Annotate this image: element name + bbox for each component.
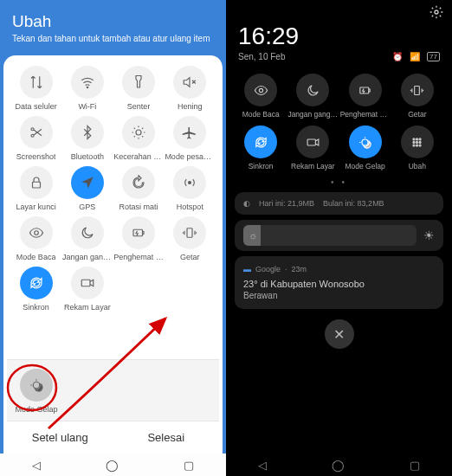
tile-label: Mode pesawat [165,152,215,161]
svg-point-13 [259,88,262,92]
tile-label: Ubah [409,162,426,170]
notification-card[interactable]: ▬ Google · 23m 23° di Kabupaten Wonosobo… [235,256,443,309]
edit-title: Ubah [12,12,214,31]
svg-point-20 [419,138,421,139]
svg-point-17 [362,138,368,145]
signal-icon: 📶 [410,52,420,61]
rotate-toggle[interactable] [122,166,155,199]
tile-label: Jangan ganggu [62,253,113,261]
status-bar [226,0,452,19]
nav-bar: ◁ ◯ ▢ [226,453,452,476]
data-usage-card[interactable]: ◐ Hari ini: 21,9MB Bulan ini: 83,2MB [235,192,443,215]
notif-subtitle: Berawan [243,291,435,300]
nav-bar: ◁ ◯ ▢ [0,453,226,476]
alarm-icon: ⏰ [392,52,403,61]
svg-rect-8 [187,228,192,238]
tile-label: Kecerahan otom [113,152,164,161]
plane-toggle[interactable] [173,116,206,149]
svg-point-21 [413,141,415,143]
svg-point-3 [136,130,141,135]
vibe-toggle[interactable] [173,216,206,249]
grid-toggle[interactable] [401,125,434,158]
battery-toggle[interactable] [122,216,155,249]
scissors-toggle[interactable] [20,116,53,149]
tile-label: Penghemat baterai [113,253,164,261]
nav-back-icon[interactable]: ◁ [258,459,267,472]
record-toggle[interactable] [296,125,329,158]
tile-label: Screenshot [16,152,56,161]
svg-point-2 [31,134,34,137]
tile-label: GPS [79,203,95,211]
moon-toggle[interactable] [71,216,104,249]
record-toggle[interactable] [71,267,104,299]
svg-point-5 [189,182,191,184]
darkmode-toggle[interactable] [349,125,382,158]
svg-point-24 [413,144,415,145]
brightness-toggle[interactable] [122,116,155,149]
svg-point-19 [416,138,418,139]
eye-toggle[interactable] [244,74,277,106]
nav-back-icon[interactable]: ◁ [32,459,41,472]
clock-time: 16:29 [238,23,440,50]
sync-toggle[interactable] [244,125,277,158]
dark-mode-label: Mode Gelap [15,405,57,414]
eye-toggle[interactable] [20,216,53,249]
nav-home-icon[interactable]: ◯ [106,459,119,472]
svg-rect-7 [133,229,143,236]
svg-point-18 [413,138,415,139]
wifi-toggle[interactable] [71,66,104,99]
arrows-toggle[interactable] [20,66,53,99]
battery-icon: 77 [427,52,440,61]
auto-brightness-icon[interactable]: ☀ [423,228,435,242]
nav-recent-icon[interactable]: ▢ [410,459,420,472]
tile-label: Hotspot [177,203,203,211]
done-button[interactable]: Selesai [113,421,220,453]
nav-recent-icon[interactable]: ▢ [184,459,194,472]
notif-time: 23m [292,265,307,273]
dark-mode-toggle[interactable] [20,369,53,402]
tile-label: Penghemat baterai [340,110,391,119]
svg-rect-15 [415,86,420,94]
hotspot-toggle[interactable] [173,166,206,199]
edit-subtitle: Tekan dan tahan untuk tambah atau atur u… [12,34,214,43]
vibe-toggle[interactable] [401,74,434,106]
lock-toggle[interactable] [20,166,53,199]
sync-toggle[interactable] [20,267,53,299]
svg-point-6 [34,231,38,235]
tile-label: Mode Baca [242,110,280,119]
clear-notifications-button[interactable]: ✕ [325,319,354,349]
notif-app: Google [255,265,281,273]
svg-point-0 [87,87,88,88]
tile-label: Sinkron [23,303,49,312]
svg-rect-4 [32,182,40,188]
page-indicator: • • [226,177,452,187]
svg-point-10 [33,382,40,389]
settings-icon[interactable] [429,5,443,19]
tile-label: Senter [127,102,151,111]
brightness-slider[interactable]: ☼ ☀ [235,220,443,251]
svg-point-23 [419,141,421,143]
torch-toggle[interactable] [122,66,155,99]
tile-label: Jangan ganggu [287,110,338,119]
clock-date: Sen, 10 Feb [238,52,285,61]
tile-label: Layar kunci [16,203,56,211]
svg-point-1 [31,128,34,131]
bt-toggle[interactable] [71,116,104,149]
moon-toggle[interactable] [296,74,329,106]
tile-label: Wi-Fi [78,102,96,111]
svg-rect-14 [360,87,369,93]
tile-label: Hening [178,102,203,111]
tile-label: Getar [180,253,200,261]
svg-rect-16 [307,138,315,145]
notif-title: 23° di Kabupaten Wonosobo [243,279,435,289]
svg-point-22 [416,141,418,143]
gps-toggle[interactable] [71,166,104,199]
svg-point-12 [435,10,438,14]
battery-toggle[interactable] [349,74,382,106]
tile-label: Getar [408,110,426,119]
tile-label: Mode Gelap [345,162,384,170]
nav-home-icon[interactable]: ◯ [332,459,345,472]
reset-button[interactable]: Setel ulang [7,421,113,453]
tile-label: Rekam Layar [291,162,335,170]
mute-toggle[interactable] [173,66,206,99]
